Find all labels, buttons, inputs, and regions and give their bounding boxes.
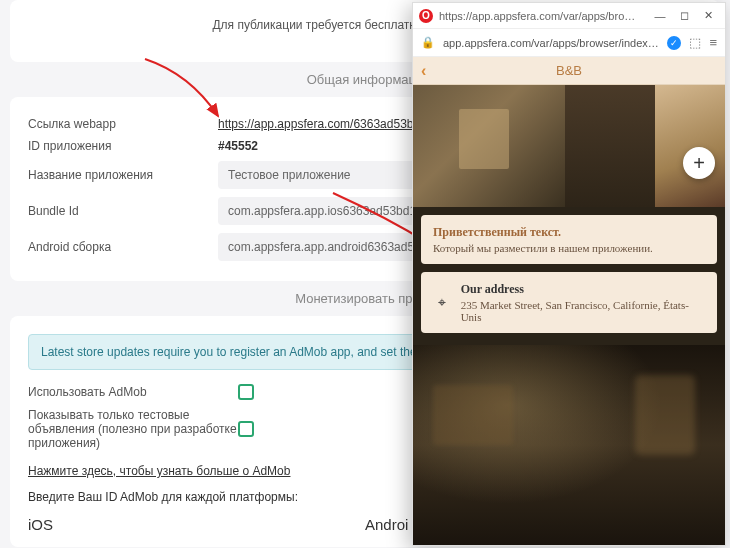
welcome-text: Который мы разместили в нашем приложении…	[433, 242, 705, 254]
app-preview-title: B&B	[556, 63, 582, 78]
back-icon[interactable]: ‹	[421, 62, 426, 80]
value-app-id: #45552	[218, 139, 258, 153]
fab-add-button[interactable]: +	[683, 147, 715, 179]
label-bundle-id: Bundle Id	[28, 204, 218, 218]
lock-icon: 🔒	[421, 36, 435, 49]
titlebar-url: https://app.appsfera.com/var/apps/browse…	[439, 10, 643, 22]
checkbox-use-admob[interactable]	[238, 384, 254, 400]
hero-image-strip	[413, 85, 725, 207]
close-button[interactable]: ✕	[697, 6, 719, 26]
hero-image-2	[565, 85, 655, 207]
location-icon: ⌖	[433, 294, 451, 312]
maximize-button[interactable]: ◻	[673, 6, 695, 26]
minimize-button[interactable]: —	[649, 6, 671, 26]
label-android-build: Android сборка	[28, 240, 218, 254]
address-url[interactable]: app.appsfera.com/var/apps/browser/index-…	[443, 37, 659, 49]
app-preview-header: ‹ B&B	[413, 57, 725, 85]
label-test-ads: Показывать только тестовые объявления (п…	[28, 408, 238, 450]
hero-image-3	[655, 85, 725, 207]
opera-icon: O	[419, 9, 433, 23]
browser-addressbar: 🔒 app.appsfera.com/var/apps/browser/inde…	[413, 29, 725, 57]
label-webapp-link: Ссылка webapp	[28, 117, 218, 131]
menu-icon[interactable]: ≡	[709, 35, 717, 50]
platform-ios: iOS	[28, 516, 365, 533]
link-learn-admob[interactable]: Нажмите здесь, чтобы узнать больше о AdM…	[28, 464, 290, 478]
hero-image-1	[413, 85, 565, 207]
browser-window: O https://app.appsfera.com/var/apps/brow…	[412, 2, 726, 546]
browser-titlebar: O https://app.appsfera.com/var/apps/brow…	[413, 3, 725, 29]
address-text: 235 Market Street, San Francisco, Califo…	[461, 299, 705, 323]
welcome-title: Приветственный текст.	[433, 225, 705, 240]
app-preview-body: + Приветственный текст. Который мы разме…	[413, 85, 725, 545]
label-app-id: ID приложения	[28, 139, 218, 153]
shield-icon[interactable]: ✓	[667, 36, 681, 50]
label-use-admob: Использовать AdMob	[28, 385, 238, 399]
welcome-card: Приветственный текст. Который мы размест…	[421, 215, 717, 264]
webapp-link[interactable]: https://app.appsfera.com/6363ad53bd2f8	[218, 117, 437, 131]
label-app-name: Название приложения	[28, 168, 218, 182]
address-title: Our address	[461, 282, 705, 297]
background-image	[413, 345, 725, 545]
address-card[interactable]: ⌖ Our address 235 Market Street, San Fra…	[421, 272, 717, 333]
checkbox-test-ads[interactable]	[238, 421, 254, 437]
extensions-icon[interactable]: ⬚	[689, 35, 701, 50]
